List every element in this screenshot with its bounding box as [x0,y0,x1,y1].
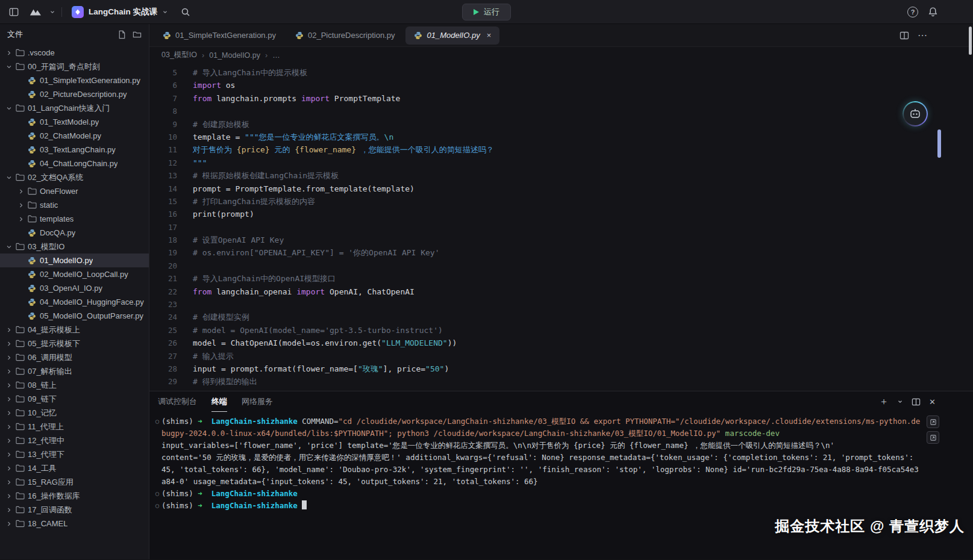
code-line[interactable]: 19# os.environ["OPENAI_API_KEY"] = '你的Op… [149,246,973,259]
tree-folder-02_文档QA系统[interactable]: 02_文档QA系统 [0,170,149,184]
code-line[interactable]: 20 [149,260,973,272]
new-file-icon[interactable] [117,30,127,39]
code-line[interactable]: 15# 打印LangChain提示模板的内容 [149,195,973,208]
chevron-right-icon[interactable] [5,409,13,417]
code-line[interactable]: 6import os [149,79,973,92]
chevron-right-icon[interactable] [5,396,13,403]
breadcrumb-item[interactable]: … [272,51,280,60]
chevron-right-icon[interactable] [5,520,13,527]
code-line[interactable]: 10template = """您是一位专业的鲜花店文案撰写员。\n [149,131,973,143]
tree-folder-templates[interactable]: templates [0,212,149,226]
code-line[interactable]: 28input = prompt.format(flower_name=["玫瑰… [149,362,973,375]
code-line[interactable]: 14prompt = PromptTemplate.from_template(… [149,182,973,195]
tree-folder-18_CAMEL[interactable]: 18_CAMEL [0,517,149,530]
tree-folder-09_链下[interactable]: 09_链下 [0,392,149,406]
tree-file-01_ModelIO.py[interactable]: 01_ModelIO.py [0,254,149,267]
tree-file-01_SimpleTextGeneration.py[interactable]: 01_SimpleTextGeneration.py [0,73,149,87]
chevron-right-icon[interactable] [17,188,25,195]
project-selector[interactable]: LangChain 实战课 [68,4,172,20]
chevron-right-icon[interactable] [5,465,13,472]
code-line[interactable]: 23 [149,298,973,311]
logo-menu-chevron-icon[interactable] [49,9,55,15]
tree-file-02_ModelIO_LoopCall.py[interactable]: 02_ModelIO_LoopCall.py [0,267,149,281]
tree-folder-00_开篇词_奇点时刻[interactable]: 00_开篇词_奇点时刻 [0,60,149,73]
code-line[interactable]: 12""" [149,157,973,169]
new-terminal-icon[interactable]: ＋ [879,397,889,406]
tree-file-03_TextLangChain.py[interactable]: 03_TextLangChain.py [0,143,149,157]
code-line[interactable]: 16print(prompt) [149,208,973,220]
code-line[interactable]: 24# 创建模型实例 [149,311,973,323]
chevron-right-icon[interactable] [5,382,13,389]
tree-folder-12_代理中[interactable]: 12_代理中 [0,434,149,447]
chevron-right-icon[interactable] [5,479,13,486]
code-line[interactable]: 25# model = OpenAI(model_name='gpt-3.5-t… [149,324,973,337]
chevron-right-icon[interactable] [17,202,25,209]
window-scrollbar-thumb[interactable] [969,26,972,55]
code-line[interactable]: 9# 创建原始模板 [149,118,973,131]
close-panel-icon[interactable]: ✕ [929,398,936,406]
tree-folder-07_解析输出[interactable]: 07_解析输出 [0,364,149,378]
chevron-right-icon[interactable] [5,49,13,57]
code-line[interactable]: 7from langchain.prompts import PromptTem… [149,92,973,105]
editor-scrollbar-thumb[interactable] [937,129,941,158]
code-line[interactable]: 22from langchain_openai import OpenAI, C… [149,285,973,298]
panel-tab-网络服务[interactable]: 网络服务 [242,391,273,412]
split-panel-icon[interactable] [912,397,921,406]
breadcrumb-item[interactable]: 01_ModelIO.py [209,51,260,60]
code-line[interactable]: 5# 导入LangChain中的提示模板 [149,66,973,79]
chevron-right-icon[interactable] [5,437,13,444]
search-icon[interactable] [178,4,193,20]
chevron-right-icon[interactable] [5,340,13,347]
chevron-down-icon[interactable] [5,105,13,112]
tree-folder-05_提示模板下[interactable]: 05_提示模板下 [0,337,149,350]
tree-folder-15_RAG应用[interactable]: 15_RAG应用 [0,475,149,489]
code-line[interactable]: 11对于售价为 {price} 元的 {flower_name} ，您能提供一个… [149,143,973,156]
tree-folder-.vscode[interactable]: .vscode [0,46,149,60]
tree-folder-04_提示模板上[interactable]: 04_提示模板上 [0,323,149,337]
chevron-down-icon[interactable] [5,63,13,70]
chevron-right-icon[interactable] [5,423,13,431]
chevron-right-icon[interactable] [5,326,13,334]
help-icon[interactable]: ? [907,7,918,17]
tree-file-01_TextModel.py[interactable]: 01_TextModel.py [0,115,149,129]
breadcrumb-item[interactable]: 03_模型IO [161,50,197,60]
chevron-right-icon[interactable] [5,493,13,500]
tree-file-04_ChatLongChain.py[interactable]: 04_ChatLongChain.py [0,157,149,170]
close-tab-icon[interactable]: × [487,31,492,40]
tree-folder-11_代理上[interactable]: 11_代理上 [0,420,149,434]
tree-folder-16_操作数据库[interactable]: 16_操作数据库 [0,489,149,503]
panel-tab-终端[interactable]: 终端 [211,391,227,412]
new-folder-icon[interactable] [133,30,142,39]
sidebar-toggle-icon[interactable] [6,4,22,20]
tree-file-02_PictureDescription.py[interactable]: 02_PictureDescription.py [0,87,149,101]
code-line[interactable]: 26model = ChatOpenAI(model=os.environ.ge… [149,337,973,349]
code-line[interactable]: 13# 根据原始模板创建LangChain提示模板 [149,169,973,182]
run-button[interactable]: 运行 [462,4,511,20]
chevron-down-icon[interactable] [5,174,13,181]
chevron-right-icon[interactable] [5,354,13,361]
chevron-right-icon[interactable] [17,216,25,223]
chevron-down-icon[interactable] [5,243,13,250]
chevron-right-icon[interactable] [5,368,13,375]
tree-folder-03_模型IO[interactable]: 03_模型IO [0,240,149,254]
code-line[interactable]: 29# 得到模型的输出 [149,375,973,388]
chevron-right-icon[interactable] [5,451,13,458]
code-line[interactable]: 27# 输入提示 [149,350,973,362]
panel-tab-调试控制台[interactable]: 调试控制台 [158,391,197,412]
tree-file-04_ModelIO_HuggingFace.py[interactable]: 04_ModelIO_HuggingFace.py [0,295,149,309]
tree-file-05_ModelIO_OutputParser.py[interactable]: 05_ModelIO_OutputParser.py [0,309,149,323]
tree-file-03_OpenAI_IO.py[interactable]: 03_OpenAI_IO.py [0,281,149,295]
tree-folder-17_回调函数[interactable]: 17_回调函数 [0,503,149,517]
editor-tab-02_PictureDescription.py[interactable]: 02_PictureDescription.py [287,26,404,45]
tree-folder-01_LangChain快速入门[interactable]: 01_LangChain快速入门 [0,101,149,115]
open-in-editor-icon[interactable] [927,415,939,428]
tree-folder-06_调用模型[interactable]: 06_调用模型 [0,350,149,364]
more-actions-icon[interactable]: ⋯ [918,31,927,40]
code-editor[interactable]: 5# 导入LangChain中的提示模板6import os7from lang… [149,63,973,391]
notifications-bell-icon[interactable] [928,7,938,17]
ai-assistant-avatar[interactable] [903,101,928,126]
tree-folder-OneFlower[interactable]: OneFlower [0,184,149,198]
terminal-profile-chevron-icon[interactable] [897,399,903,405]
marscode-logo-icon[interactable] [28,4,43,20]
code-line[interactable]: 17 [149,221,973,234]
